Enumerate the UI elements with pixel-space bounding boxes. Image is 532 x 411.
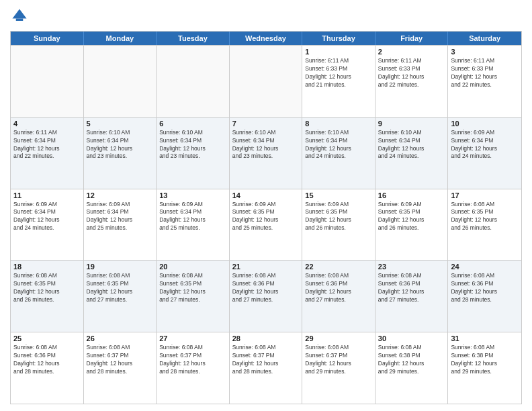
- day-cell-25: 25Sunrise: 6:08 AM Sunset: 6:36 PM Dayli…: [11, 332, 84, 404]
- day-cell-14: 14Sunrise: 6:09 AM Sunset: 6:35 PM Dayli…: [230, 189, 303, 261]
- day-cell-26: 26Sunrise: 6:08 AM Sunset: 6:37 PM Dayli…: [84, 332, 157, 404]
- header-day-thursday: Thursday: [302, 32, 375, 45]
- day-info: Sunrise: 6:08 AM Sunset: 6:35 PM Dayligh…: [451, 201, 519, 233]
- day-cell-31: 31Sunrise: 6:08 AM Sunset: 6:38 PM Dayli…: [448, 332, 521, 404]
- day-info: Sunrise: 6:08 AM Sunset: 6:38 PM Dayligh…: [378, 344, 445, 376]
- day-info: Sunrise: 6:08 AM Sunset: 6:37 PM Dayligh…: [232, 344, 300, 376]
- day-info: Sunrise: 6:09 AM Sunset: 6:35 PM Dayligh…: [305, 201, 372, 233]
- day-info: Sunrise: 6:08 AM Sunset: 6:36 PM Dayligh…: [305, 272, 372, 304]
- day-cell-13: 13Sunrise: 6:09 AM Sunset: 6:34 PM Dayli…: [157, 189, 230, 261]
- day-info: Sunrise: 6:10 AM Sunset: 6:34 PM Dayligh…: [159, 129, 226, 161]
- day-info: Sunrise: 6:08 AM Sunset: 6:36 PM Dayligh…: [13, 344, 81, 376]
- day-info: Sunrise: 6:09 AM Sunset: 6:34 PM Dayligh…: [159, 201, 226, 233]
- day-info: Sunrise: 6:08 AM Sunset: 6:38 PM Dayligh…: [451, 344, 519, 376]
- logo-icon: [10, 7, 29, 26]
- day-number: 20: [159, 263, 226, 271]
- day-number: 10: [451, 120, 519, 128]
- header-day-saturday: Saturday: [448, 32, 521, 45]
- day-number: 7: [232, 120, 300, 128]
- day-info: Sunrise: 6:10 AM Sunset: 6:34 PM Dayligh…: [87, 129, 154, 161]
- day-number: 25: [13, 334, 81, 342]
- day-info: Sunrise: 6:11 AM Sunset: 6:34 PM Dayligh…: [13, 129, 81, 161]
- day-info: Sunrise: 6:11 AM Sunset: 6:33 PM Dayligh…: [378, 57, 445, 89]
- day-number: 3: [451, 48, 519, 56]
- day-cell-16: 16Sunrise: 6:09 AM Sunset: 6:35 PM Dayli…: [375, 189, 449, 261]
- day-cell-7: 7Sunrise: 6:10 AM Sunset: 6:34 PM Daylig…: [230, 118, 303, 189]
- day-number: 19: [87, 263, 154, 271]
- day-info: Sunrise: 6:08 AM Sunset: 6:37 PM Dayligh…: [87, 344, 154, 376]
- day-number: 1: [305, 48, 372, 56]
- day-number: 8: [305, 120, 372, 128]
- day-number: 5: [87, 120, 154, 128]
- day-cell-2: 2Sunrise: 6:11 AM Sunset: 6:33 PM Daylig…: [375, 46, 449, 117]
- day-cell-6: 6Sunrise: 6:10 AM Sunset: 6:34 PM Daylig…: [157, 118, 230, 189]
- header-day-sunday: Sunday: [11, 32, 84, 45]
- day-cell-10: 10Sunrise: 6:09 AM Sunset: 6:34 PM Dayli…: [448, 118, 521, 189]
- day-number: 4: [13, 120, 81, 128]
- day-number: 27: [159, 334, 226, 342]
- day-number: 13: [159, 191, 226, 199]
- header-day-friday: Friday: [375, 32, 449, 45]
- day-cell-3: 3Sunrise: 6:11 AM Sunset: 6:33 PM Daylig…: [448, 46, 521, 117]
- day-info: Sunrise: 6:08 AM Sunset: 6:36 PM Dayligh…: [232, 272, 300, 304]
- empty-cell: [157, 46, 230, 117]
- day-number: 6: [159, 120, 226, 128]
- day-number: 31: [451, 334, 519, 342]
- day-info: Sunrise: 6:08 AM Sunset: 6:37 PM Dayligh…: [159, 344, 226, 376]
- day-info: Sunrise: 6:08 AM Sunset: 6:35 PM Dayligh…: [87, 272, 154, 304]
- day-cell-11: 11Sunrise: 6:09 AM Sunset: 6:34 PM Dayli…: [11, 189, 84, 261]
- day-number: 14: [232, 191, 300, 199]
- day-cell-30: 30Sunrise: 6:08 AM Sunset: 6:38 PM Dayli…: [375, 332, 449, 404]
- day-info: Sunrise: 6:08 AM Sunset: 6:37 PM Dayligh…: [305, 344, 372, 376]
- day-number: 9: [378, 120, 445, 128]
- day-number: 11: [13, 191, 81, 199]
- page: SundayMondayTuesdayWednesdayThursdayFrid…: [0, 0, 532, 411]
- day-cell-21: 21Sunrise: 6:08 AM Sunset: 6:36 PM Dayli…: [230, 261, 303, 332]
- day-info: Sunrise: 6:11 AM Sunset: 6:33 PM Dayligh…: [451, 57, 519, 89]
- day-cell-23: 23Sunrise: 6:08 AM Sunset: 6:36 PM Dayli…: [375, 261, 449, 332]
- day-info: Sunrise: 6:10 AM Sunset: 6:34 PM Dayligh…: [378, 129, 445, 161]
- day-number: 23: [378, 263, 445, 271]
- day-cell-27: 27Sunrise: 6:08 AM Sunset: 6:37 PM Dayli…: [157, 332, 230, 404]
- calendar: SundayMondayTuesdayWednesdayThursdayFrid…: [10, 31, 522, 404]
- day-info: Sunrise: 6:08 AM Sunset: 6:36 PM Dayligh…: [378, 272, 445, 304]
- day-number: 26: [87, 334, 154, 342]
- empty-cell: [84, 46, 157, 117]
- day-info: Sunrise: 6:10 AM Sunset: 6:34 PM Dayligh…: [305, 129, 372, 161]
- logo: [10, 7, 32, 26]
- svg-rect-1: [16, 19, 24, 21]
- day-info: Sunrise: 6:08 AM Sunset: 6:36 PM Dayligh…: [451, 272, 519, 304]
- calendar-row-5: 25Sunrise: 6:08 AM Sunset: 6:36 PM Dayli…: [11, 332, 521, 404]
- day-cell-22: 22Sunrise: 6:08 AM Sunset: 6:36 PM Dayli…: [302, 261, 375, 332]
- calendar-header: SundayMondayTuesdayWednesdayThursdayFrid…: [11, 32, 521, 45]
- empty-cell: [230, 46, 303, 117]
- day-cell-20: 20Sunrise: 6:08 AM Sunset: 6:35 PM Dayli…: [157, 261, 230, 332]
- day-cell-24: 24Sunrise: 6:08 AM Sunset: 6:36 PM Dayli…: [448, 261, 521, 332]
- day-info: Sunrise: 6:08 AM Sunset: 6:35 PM Dayligh…: [159, 272, 226, 304]
- day-cell-17: 17Sunrise: 6:08 AM Sunset: 6:35 PM Dayli…: [448, 189, 521, 261]
- day-info: Sunrise: 6:08 AM Sunset: 6:35 PM Dayligh…: [13, 272, 81, 304]
- day-cell-12: 12Sunrise: 6:09 AM Sunset: 6:34 PM Dayli…: [84, 189, 157, 261]
- day-cell-29: 29Sunrise: 6:08 AM Sunset: 6:37 PM Dayli…: [302, 332, 375, 404]
- svg-marker-0: [13, 9, 27, 19]
- day-number: 16: [378, 191, 445, 199]
- day-number: 2: [378, 48, 445, 56]
- day-info: Sunrise: 6:09 AM Sunset: 6:35 PM Dayligh…: [378, 201, 445, 233]
- day-cell-19: 19Sunrise: 6:08 AM Sunset: 6:35 PM Dayli…: [84, 261, 157, 332]
- day-number: 12: [87, 191, 154, 199]
- day-number: 18: [13, 263, 81, 271]
- day-number: 28: [232, 334, 300, 342]
- empty-cell: [11, 46, 84, 117]
- day-cell-4: 4Sunrise: 6:11 AM Sunset: 6:34 PM Daylig…: [11, 118, 84, 189]
- header: [10, 7, 522, 26]
- day-info: Sunrise: 6:11 AM Sunset: 6:33 PM Dayligh…: [305, 57, 372, 89]
- day-cell-5: 5Sunrise: 6:10 AM Sunset: 6:34 PM Daylig…: [84, 118, 157, 189]
- day-cell-15: 15Sunrise: 6:09 AM Sunset: 6:35 PM Dayli…: [302, 189, 375, 261]
- day-number: 29: [305, 334, 372, 342]
- calendar-row-3: 11Sunrise: 6:09 AM Sunset: 6:34 PM Dayli…: [11, 189, 521, 261]
- day-cell-1: 1Sunrise: 6:11 AM Sunset: 6:33 PM Daylig…: [302, 46, 375, 117]
- calendar-row-4: 18Sunrise: 6:08 AM Sunset: 6:35 PM Dayli…: [11, 260, 521, 332]
- day-info: Sunrise: 6:10 AM Sunset: 6:34 PM Dayligh…: [232, 129, 300, 161]
- calendar-body: 1Sunrise: 6:11 AM Sunset: 6:33 PM Daylig…: [11, 45, 521, 404]
- day-number: 24: [451, 263, 519, 271]
